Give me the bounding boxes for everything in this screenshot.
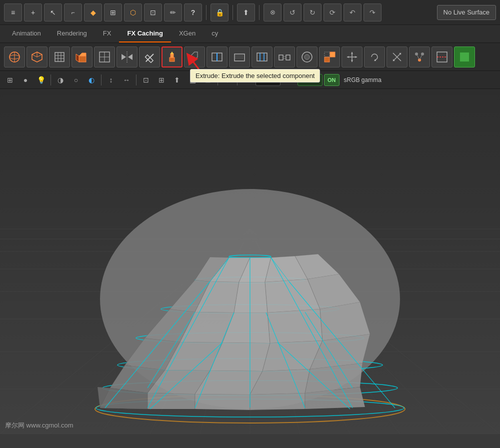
vp-select2-btn[interactable]: ▦ bbox=[186, 73, 200, 87]
svg-rect-63 bbox=[460, 52, 469, 62]
svg-rect-24 bbox=[170, 58, 174, 62]
grid4-icon[interactable]: ⊞ bbox=[104, 4, 122, 22]
scale-button[interactable] bbox=[386, 46, 408, 68]
cursor-icon[interactable]: ⬆ bbox=[237, 4, 255, 22]
svg-line-6 bbox=[37, 54, 42, 57]
tab-animation[interactable]: Animation bbox=[4, 25, 49, 42]
mesh-grid-button[interactable] bbox=[49, 46, 70, 68]
svg-line-60 bbox=[420, 54, 422, 60]
paint-icon[interactable]: ✏ bbox=[164, 4, 182, 22]
svg-marker-19 bbox=[122, 54, 126, 60]
mesh-display-icon[interactable]: ⬡ bbox=[124, 4, 142, 22]
svg-marker-51 bbox=[374, 59, 376, 61]
obj-import-button[interactable] bbox=[72, 46, 92, 68]
svg-marker-48 bbox=[351, 60, 353, 62]
bridge-button[interactable] bbox=[274, 46, 295, 68]
delete-edge-button[interactable] bbox=[432, 46, 452, 68]
transform-button[interactable] bbox=[342, 46, 362, 68]
insert-edge-loop-button[interactable] bbox=[206, 46, 228, 68]
vp-refresh1-btn[interactable]: ↻ bbox=[240, 73, 254, 87]
vp-sep5 bbox=[237, 74, 238, 86]
tab-fx-caching[interactable]: FX Caching bbox=[119, 25, 171, 42]
diamond-icon[interactable]: ◆ bbox=[84, 4, 102, 22]
svg-rect-25 bbox=[170, 54, 174, 58]
snap4-icon[interactable]: ⟳ bbox=[324, 4, 342, 22]
fill-hole-button[interactable] bbox=[296, 46, 318, 68]
vp-sep2 bbox=[101, 74, 102, 86]
vp-smooth-btn[interactable]: ◐ bbox=[84, 73, 98, 87]
snap6-icon[interactable]: ↷ bbox=[364, 4, 382, 22]
svg-line-59 bbox=[416, 54, 420, 60]
vp-up-btn[interactable]: ↕ bbox=[220, 73, 234, 87]
tab-cy[interactable]: cy bbox=[204, 25, 226, 42]
vp-sel-btn[interactable]: ↕ bbox=[104, 73, 118, 87]
tab-xgen[interactable]: XGen bbox=[171, 25, 204, 42]
top-toolbar: ≡ + ↖ ⌐ ◆ ⊞ ⬡ ⊡ ✏ ? 🔒 ⬆ ⊗ ↺ ↻ ⟳ ↶ ↷ No L… bbox=[0, 0, 500, 25]
sphere-tool-button[interactable] bbox=[4, 46, 25, 68]
vp-grid-btn[interactable]: ● bbox=[18, 73, 32, 87]
snap2-icon[interactable]: ↺ bbox=[284, 4, 302, 22]
lock-icon[interactable]: 🔒 bbox=[210, 4, 228, 22]
vp-value2-box[interactable]: 1.00 bbox=[298, 74, 322, 86]
vp-shading-btn[interactable]: ◑ bbox=[54, 73, 68, 87]
bevel-button[interactable] bbox=[184, 46, 205, 68]
svg-line-5 bbox=[32, 54, 37, 57]
select-arrow-icon[interactable]: ↖ bbox=[44, 4, 62, 22]
cube-tool-button[interactable] bbox=[26, 46, 48, 68]
viewport-layout-btn[interactable]: ⊞ bbox=[3, 73, 17, 87]
vp-arrow-btn[interactable]: ⬆ bbox=[170, 73, 184, 87]
vp-wire-btn[interactable]: ○ bbox=[69, 73, 83, 87]
pencil-button[interactable] bbox=[139, 46, 160, 68]
sep3 bbox=[259, 5, 260, 20]
svg-rect-42 bbox=[324, 57, 330, 62]
svg-marker-49 bbox=[347, 56, 349, 58]
no-live-surface-button[interactable]: No Live Surface bbox=[437, 5, 496, 20]
menu-icon[interactable]: ≡ bbox=[4, 4, 22, 22]
svg-marker-27 bbox=[192, 52, 198, 60]
extrude-button[interactable] bbox=[162, 46, 182, 68]
viewport-toolbar: ⊞ ● 💡 ◑ ○ ◐ ↕ ↔ ⊡ ⊞ ⬆ ▦ ⊟ ↕ ↻ 0.00 ↻ 1.0… bbox=[0, 71, 500, 89]
question-icon[interactable]: ? bbox=[184, 4, 202, 22]
svg-point-41 bbox=[304, 54, 310, 60]
svg-marker-14 bbox=[76, 54, 79, 62]
vp-transform-btn[interactable]: ↔ bbox=[120, 73, 134, 87]
multi-cut-button[interactable] bbox=[229, 46, 250, 68]
svg-rect-12 bbox=[79, 56, 86, 62]
vp-value1: 0.00 bbox=[259, 76, 270, 84]
vp-camera-btn[interactable]: ⊡ bbox=[139, 73, 153, 87]
vp-on-button[interactable]: ON bbox=[324, 74, 340, 86]
watermark-text: 摩尔网 www.cgmol.com bbox=[5, 422, 74, 429]
tab-rendering[interactable]: Rendering bbox=[49, 25, 95, 42]
svg-marker-13 bbox=[79, 53, 86, 56]
subdivide-button[interactable] bbox=[94, 46, 115, 68]
snap3-icon[interactable]: ↻ bbox=[304, 4, 322, 22]
vp-value1-box[interactable]: 0.00 bbox=[256, 74, 280, 86]
svg-rect-43 bbox=[330, 52, 335, 57]
snap5-icon[interactable]: ↶ bbox=[344, 4, 362, 22]
orange-box-icon[interactable] bbox=[319, 46, 340, 68]
mirror-button[interactable] bbox=[116, 46, 138, 68]
vp-sep4 bbox=[218, 74, 218, 86]
svg-rect-7 bbox=[55, 52, 64, 62]
snap-icon[interactable]: ⊡ bbox=[144, 4, 162, 22]
mesh-toolbar: Extrude: Extrude the selected component bbox=[0, 43, 500, 71]
sep1 bbox=[206, 5, 206, 20]
rotate-button[interactable] bbox=[364, 46, 385, 68]
vp-refresh2-btn[interactable]: ↻ bbox=[282, 73, 296, 87]
vp-img-btn[interactable]: ⊞ bbox=[154, 73, 168, 87]
vp-minus-btn[interactable]: ⊟ bbox=[201, 73, 215, 87]
3d-viewport[interactable]: 摩尔网 www.cgmol.com bbox=[0, 89, 500, 434]
magnet-icon[interactable]: ⊗ bbox=[264, 4, 282, 22]
lasso-icon[interactable]: ⌐ bbox=[64, 4, 82, 22]
svg-rect-36 bbox=[279, 55, 283, 60]
vp-light-btn[interactable]: 💡 bbox=[34, 73, 48, 87]
solid-orange-button[interactable] bbox=[454, 46, 475, 68]
svg-marker-20 bbox=[128, 54, 132, 60]
sep2 bbox=[232, 5, 233, 20]
merge-verts-button[interactable] bbox=[409, 46, 430, 68]
tab-fx[interactable]: FX bbox=[95, 25, 120, 42]
plus-icon[interactable]: + bbox=[24, 4, 42, 22]
viewport-grid bbox=[0, 89, 500, 434]
offset-edge-loop-button[interactable] bbox=[252, 46, 272, 68]
tab-bar: Animation Rendering FX FX Caching XGen c… bbox=[0, 25, 500, 43]
